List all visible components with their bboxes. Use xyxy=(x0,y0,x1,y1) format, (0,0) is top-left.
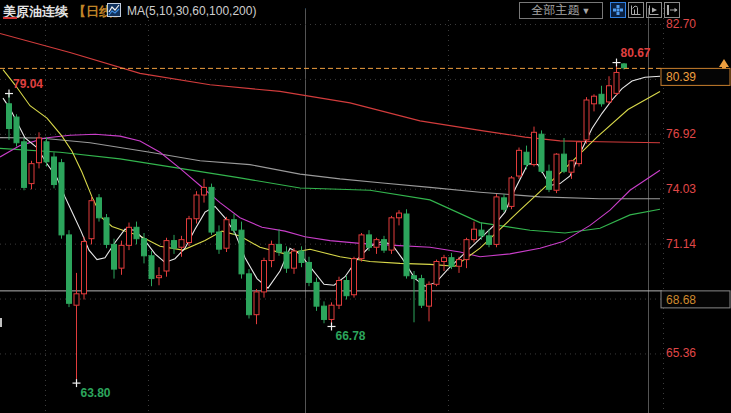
candle xyxy=(592,94,597,111)
candle xyxy=(224,217,229,252)
candle xyxy=(389,216,394,254)
candle xyxy=(59,159,64,239)
candle xyxy=(599,86,604,107)
candle xyxy=(247,269,252,318)
candle xyxy=(127,223,132,251)
candle xyxy=(209,184,214,235)
crosshair-icon[interactable] xyxy=(610,2,626,18)
candle xyxy=(494,194,499,247)
candle xyxy=(359,233,364,262)
axis-tick-label: 74.03 xyxy=(666,182,696,196)
candle xyxy=(299,246,304,267)
candle xyxy=(14,114,19,146)
candle xyxy=(434,260,439,287)
candle xyxy=(164,238,169,277)
candle xyxy=(397,210,402,225)
candle xyxy=(337,277,342,309)
candle xyxy=(367,230,372,251)
trading-app-window: 79.0480.6763.8066.7882.7076.9274.0371.14… xyxy=(0,0,731,413)
candle xyxy=(149,251,154,286)
candle xyxy=(119,241,124,275)
candle xyxy=(22,138,27,190)
candle xyxy=(614,63,619,96)
candle xyxy=(524,146,529,170)
axis-tick-label: 71.14 xyxy=(666,237,696,251)
candle xyxy=(7,94,12,140)
candle xyxy=(277,229,282,256)
candle xyxy=(89,197,94,245)
candle xyxy=(292,248,297,274)
ma10-value: MA10:71.83 xyxy=(342,4,407,18)
candle xyxy=(344,276,349,300)
candle xyxy=(82,237,87,300)
candle xyxy=(404,209,409,278)
candle xyxy=(457,257,462,273)
left-edge-tick xyxy=(0,318,2,327)
candle xyxy=(472,222,477,243)
candle xyxy=(314,278,319,311)
candle xyxy=(232,214,237,235)
candle xyxy=(307,257,312,286)
annotation-label: 79.04 xyxy=(13,77,43,91)
ma30-value: MA30 xyxy=(419,4,450,18)
candle xyxy=(539,130,544,173)
candle xyxy=(442,255,447,271)
candle xyxy=(67,230,72,307)
candle xyxy=(254,289,259,324)
candle xyxy=(427,281,432,321)
candle xyxy=(502,194,507,212)
chart-header: 美原油连续 【日线】 MA(5,10,30,60,100,200) MA5:70… xyxy=(0,0,731,20)
candle xyxy=(134,222,139,245)
candle xyxy=(157,267,162,285)
candle xyxy=(374,238,379,254)
candle xyxy=(547,165,552,193)
candle xyxy=(104,214,109,248)
candle xyxy=(479,223,484,240)
price-tag: 80.39 xyxy=(661,59,730,86)
candle xyxy=(352,257,357,298)
ma-formula-label: MA(5,10,30,60,100,200) xyxy=(127,4,256,18)
candle xyxy=(412,271,417,322)
candle xyxy=(382,236,387,253)
candle xyxy=(419,275,424,308)
candle xyxy=(74,273,79,383)
candle xyxy=(239,222,244,279)
up-arrow-icon xyxy=(719,59,729,67)
chart-canvas[interactable]: 79.0480.6763.8066.7882.7076.9274.0371.14… xyxy=(0,0,731,413)
mini-chart-icon xyxy=(107,3,121,21)
theme-dropdown-label: 全部主题 xyxy=(532,3,580,17)
candle xyxy=(112,239,117,279)
candle xyxy=(607,76,612,104)
candle xyxy=(172,235,177,254)
overlay-chart-icon[interactable] xyxy=(628,2,644,18)
annotation-label: 63.80 xyxy=(81,386,111,400)
candle xyxy=(52,152,57,188)
candle xyxy=(187,216,192,246)
panel-collapse-icon[interactable] xyxy=(664,2,680,18)
candle xyxy=(44,137,49,166)
candle xyxy=(449,253,454,269)
axis-tick-label: 76.92 xyxy=(666,127,696,141)
candle xyxy=(194,191,199,223)
candle xyxy=(262,258,267,298)
annotation-label: 66.78 xyxy=(336,329,366,343)
title-underline xyxy=(3,17,17,19)
candle xyxy=(37,132,42,168)
candle xyxy=(532,127,537,167)
candle xyxy=(554,153,559,193)
candle xyxy=(577,141,582,167)
chevron-down-icon: ▼ xyxy=(582,6,591,16)
candle xyxy=(517,148,522,179)
candle xyxy=(217,225,222,254)
candle xyxy=(464,238,469,268)
candle xyxy=(202,179,207,203)
annotation-label: 80.67 xyxy=(621,46,651,60)
candle xyxy=(97,194,102,222)
candle xyxy=(562,138,567,173)
candle xyxy=(509,176,514,209)
candle xyxy=(269,241,274,268)
svg-text:80.39: 80.39 xyxy=(666,70,696,84)
chart-arrow-icon[interactable] xyxy=(646,2,662,18)
theme-dropdown-button[interactable]: 全部主题▼ xyxy=(519,2,603,19)
axis-tick-label: 65.36 xyxy=(666,346,696,360)
